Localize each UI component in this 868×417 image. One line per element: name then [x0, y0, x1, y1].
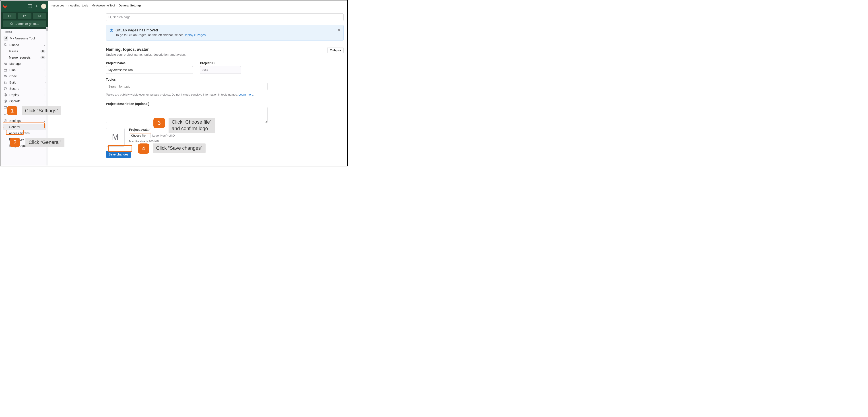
project-id-input	[200, 66, 241, 74]
issues-count: 0	[40, 50, 45, 53]
sidebar-plan[interactable]: Plan›	[1, 67, 48, 73]
shield-icon	[4, 87, 7, 91]
svg-rect-11	[4, 69, 7, 71]
crumb-3[interactable]: My Awesome Tool	[92, 4, 115, 7]
save-changes-button[interactable]: Save changes	[106, 151, 131, 158]
svg-point-7	[10, 23, 12, 25]
operate-icon	[4, 99, 7, 103]
action-todo[interactable]	[33, 13, 46, 19]
svg-point-9	[4, 63, 5, 64]
annotation-label-4: Click “Save changes”	[153, 143, 206, 153]
svg-line-8	[12, 25, 13, 25]
main-panel: resources› modelling_tools› My Awesome T…	[49, 1, 347, 166]
svg-point-5	[25, 15, 26, 16]
svg-point-19	[5, 120, 6, 121]
sidebar-merge-requests[interactable]: Merge requests 0	[1, 54, 48, 61]
annotation-num-1: 1	[7, 106, 18, 115]
sidebar-section-project: Project	[1, 29, 48, 35]
svg-rect-18	[4, 106, 7, 108]
project-badge: M	[4, 36, 8, 40]
learn-more-link[interactable]: Learn more	[239, 93, 253, 96]
annotation-label-1: Click “Settings”	[22, 106, 61, 115]
collapse-button[interactable]: Collapse	[327, 47, 344, 53]
sidebar-operate[interactable]: Operate›	[1, 98, 48, 104]
max-file-hint: Max file size is 200 KiB.	[129, 140, 176, 143]
svg-point-10	[6, 63, 6, 64]
svg-point-20	[109, 16, 111, 18]
annotation-label-2: Click “General”	[25, 138, 64, 147]
section-naming-title: Naming, topics, avatar	[106, 47, 186, 52]
annotation-label-3: Click “Choose file” and confirm logo	[168, 117, 215, 133]
annotation-num-3: 3	[153, 117, 165, 128]
action-merge[interactable]	[18, 13, 31, 19]
svg-point-4	[23, 16, 24, 18]
info-icon	[110, 29, 113, 32]
user-avatar[interactable]	[41, 4, 46, 9]
code-icon	[4, 74, 7, 78]
project-avatar-preview: M	[106, 128, 125, 147]
sidebar-settings[interactable]: Settings⌄	[1, 117, 48, 124]
sidebar-issues[interactable]: Issues 0	[1, 48, 48, 54]
plus-icon[interactable]: +	[34, 4, 39, 8]
project-id-label: Project ID	[200, 61, 241, 65]
gear-icon	[4, 119, 7, 123]
banner-text: To go to GitLab Pages, on the left sideb…	[116, 33, 184, 37]
sidebar-project-row[interactable]: M My Awesome Tool	[1, 35, 48, 42]
crumb-4: General Settings	[119, 4, 142, 7]
annotation-num-4: 4	[138, 143, 149, 154]
sidebar-code[interactable]: Code›	[1, 73, 48, 79]
project-name-label: Project name	[106, 61, 193, 65]
banner-title: GitLab Pages has moved	[116, 28, 158, 32]
sidebar-manage[interactable]: Manage›	[1, 61, 48, 67]
svg-rect-0	[28, 5, 32, 8]
choose-file-button[interactable]: Choose file…	[129, 133, 151, 138]
sidebar-deploy[interactable]: Deploy›	[1, 92, 48, 98]
sidebar-general[interactable]: General	[3, 124, 46, 130]
crumb-2[interactable]: modelling_tools	[68, 4, 88, 7]
description-label: Project description (optional)	[106, 102, 347, 106]
svg-point-17	[5, 101, 6, 102]
sidebar-secure[interactable]: Secure›	[1, 85, 48, 92]
sidebar-build[interactable]: Build›	[1, 79, 48, 85]
search-icon	[108, 15, 112, 19]
svg-point-24	[112, 29, 112, 30]
pages-moved-banner: GitLab Pages has moved To go to GitLab P…	[106, 25, 344, 40]
annotation-num-2: 2	[10, 138, 20, 147]
gitlab-logo	[3, 4, 8, 9]
topics-input[interactable]	[106, 83, 268, 90]
close-icon[interactable]: ✕	[337, 27, 342, 34]
mr-count: 0	[40, 56, 45, 59]
rocket-icon	[4, 81, 7, 84]
action-1[interactable]	[3, 13, 16, 19]
analyze-icon	[4, 112, 7, 116]
search-page-placeholder: Search page	[113, 15, 130, 19]
search-go-label: Search or go to…	[14, 22, 39, 26]
search-page-input[interactable]: Search page	[106, 13, 344, 21]
svg-point-16	[4, 100, 7, 102]
section-naming-sub: Update your project name, topics, descri…	[106, 53, 186, 56]
search-or-go[interactable]: Search or go to…	[3, 21, 46, 27]
topbar: +	[1, 1, 48, 11]
quick-actions	[1, 11, 48, 21]
selected-file-name: Logo_NonProfitOr	[152, 134, 176, 137]
search-icon	[10, 22, 13, 25]
chevron-down-icon: ⌄	[43, 119, 45, 122]
sidebar-toggle-icon[interactable]	[28, 4, 32, 8]
project-name: My Awesome Tool	[10, 37, 35, 40]
deploy-icon	[4, 93, 7, 97]
breadcrumb: resources› modelling_tools› My Awesome T…	[49, 1, 347, 10]
pin-icon	[4, 43, 7, 47]
svg-line-21	[111, 18, 112, 19]
chevron-down-icon: ⌄	[43, 43, 45, 46]
banner-link[interactable]: Deploy > Pages	[184, 33, 206, 37]
topics-label: Topics	[106, 78, 347, 81]
svg-point-3	[23, 15, 24, 16]
group-icon	[4, 62, 7, 66]
project-name-input[interactable]	[106, 66, 193, 74]
calendar-icon	[4, 68, 7, 72]
sidebar-access-tokens[interactable]: Access Tokens	[1, 130, 48, 136]
crumb-1[interactable]: resources	[52, 4, 64, 7]
sidebar-pinned[interactable]: Pinned ⌄	[1, 42, 48, 48]
monitor-icon	[4, 106, 7, 109]
